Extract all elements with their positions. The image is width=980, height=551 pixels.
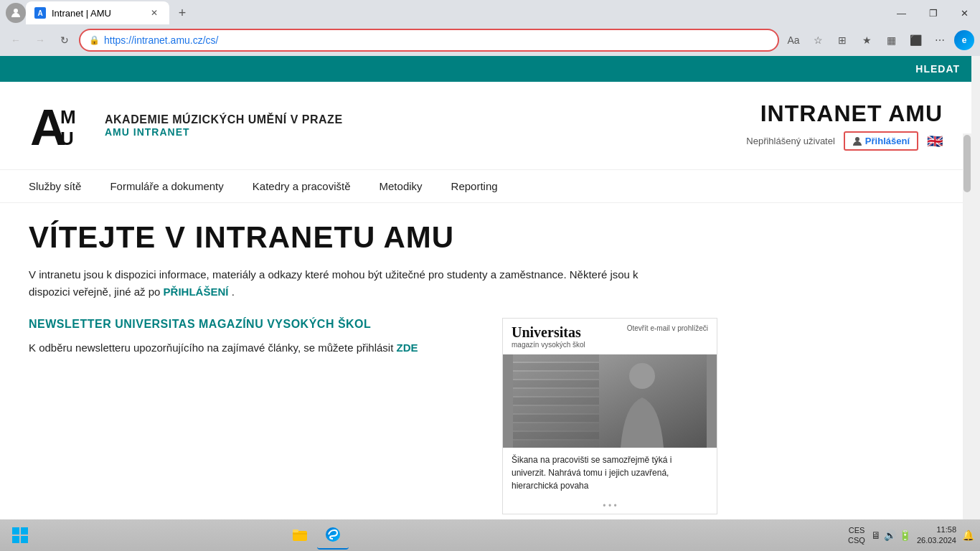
intro-text-before: V intranetu jsou k dispozici informace, …: [29, 268, 639, 298]
svg-rect-19: [21, 527, 28, 534]
newsletter-left: NEWSLETTER UNIVERSITAS MAGAZÍNU VYSOKÝCH…: [29, 318, 459, 514]
volume-icon[interactable]: 🔊: [884, 529, 896, 541]
logo-area: A M U AKADEMIE MÚZICKÝCH UMĚNÍ V PRAZE A…: [29, 93, 343, 158]
svg-rect-22: [293, 531, 307, 541]
header-right: INTRANET AMU Nepřihlášený uživatel Přihl…: [746, 100, 943, 151]
more-menu-button[interactable]: ⋯: [930, 30, 950, 50]
magazine-header: Universitas magazín vysokých škol Otevří…: [503, 319, 717, 354]
time-display: 11:58: [917, 524, 956, 535]
svg-rect-12: [513, 397, 599, 405]
split-screen-button[interactable]: ⊞: [832, 30, 852, 50]
magazine-open-link[interactable]: Otevřít e-mail v prohlížeči: [627, 324, 708, 332]
nav-item-metodiky[interactable]: Metodiky: [380, 180, 423, 192]
back-button[interactable]: ←: [6, 30, 26, 50]
scrollbar-thumb[interactable]: [963, 135, 971, 192]
edge-profile-icon[interactable]: e: [954, 30, 974, 50]
nav-item-sluzby[interactable]: Služby sítě: [29, 180, 81, 192]
file-explorer-icon: [291, 527, 308, 544]
profile-button[interactable]: [6, 3, 26, 23]
scrollbar[interactable]: [963, 133, 971, 529]
add-favorites-button[interactable]: ★: [857, 30, 877, 50]
tab-favicon: A: [34, 7, 46, 19]
monitor-icon[interactable]: 🖥: [871, 529, 881, 541]
taskbar-file-explorer[interactable]: [284, 521, 316, 550]
zde-link[interactable]: ZDE: [397, 342, 418, 354]
magazine-title-block: Universitas magazín vysokých škol: [512, 324, 585, 349]
taskbar-edge[interactable]: [317, 521, 349, 550]
close-window-button[interactable]: ✕: [955, 5, 974, 22]
hledat-button[interactable]: HLEDAT: [915, 63, 960, 75]
extensions-button[interactable]: ⬛: [905, 30, 925, 50]
magazine-subtitle: magazín vysokých škol: [512, 341, 585, 349]
svg-text:M: M: [60, 106, 76, 128]
amu-logo: A M U: [29, 93, 93, 158]
svg-rect-15: [513, 423, 599, 430]
newsletter-title: NEWSLETTER UNIVERSITAS MAGAZÍNU VYSOKÝCH…: [29, 318, 459, 331]
magazine-image: [503, 354, 717, 448]
svg-point-0: [14, 9, 18, 13]
nav-item-formulare[interactable]: Formuláře a dokumenty: [110, 180, 223, 192]
browser-tab[interactable]: A Intranet | AMU ✕: [26, 1, 169, 24]
svg-rect-11: [513, 389, 599, 396]
svg-rect-14: [513, 415, 599, 422]
svg-rect-17: [513, 441, 599, 448]
svg-rect-16: [513, 432, 599, 439]
newsletter-right: Universitas magazín vysokých škol Otevří…: [502, 318, 717, 514]
magazine-card: Universitas magazín vysokých škol Otevří…: [502, 318, 717, 514]
header-actions: Nepřihlášený uživatel Přihlášení 🇬🇧: [746, 131, 943, 151]
newsletter-section: NEWSLETTER UNIVERSITAS MAGAZÍNU VYSOKÝCH…: [29, 318, 943, 514]
intranet-label: AMU INTRANET: [105, 126, 343, 138]
taskbar-apps: [284, 521, 349, 550]
language-indicator[interactable]: CES CSQ: [848, 525, 865, 546]
prihlaseni-link[interactable]: PŘIHLÁŠENÍ: [164, 286, 229, 298]
page-content: HLEDAT A M U AKADEMIE MÚZICKÝCH UMĚNÍ V …: [0, 56, 971, 529]
date-display: 26.03.2024: [917, 535, 956, 546]
intro-text-after: .: [232, 286, 235, 298]
top-bar: HLEDAT: [0, 56, 971, 82]
new-tab-button[interactable]: +: [172, 3, 192, 23]
user-status: Nepřihlášený uživatel: [746, 136, 835, 146]
taskbar: CES CSQ 🖥 🔊 🔋 11:58 26.03.2024 🔔: [0, 519, 980, 551]
favorites-icon[interactable]: ☆: [808, 30, 828, 50]
windows-logo-icon: [11, 527, 29, 544]
minimize-button[interactable]: —: [891, 5, 912, 22]
content-area: VÍTEJTE V INTRANETU AMU V intranetu jsou…: [0, 203, 971, 529]
forward-button[interactable]: →: [30, 30, 50, 50]
svg-rect-18: [12, 527, 19, 534]
intranet-amu-title: INTRANET AMU: [760, 100, 943, 127]
tab-close-button[interactable]: ✕: [148, 6, 161, 19]
prihlaseni-button[interactable]: Přihlášení: [844, 131, 918, 151]
newsletter-text: K odběru newsletteru upozorňujícího na z…: [29, 339, 459, 357]
refresh-button[interactable]: ↻: [55, 30, 75, 50]
nav-item-katedry[interactable]: Katedry a pracoviště: [253, 180, 351, 192]
notification-bell[interactable]: 🔔: [962, 529, 974, 541]
site-name: AKADEMIE MÚZICKÝCH UMĚNÍ V PRAZE AMU INT…: [105, 113, 343, 138]
tab-title: Intranet | AMU: [52, 8, 142, 19]
svg-rect-13: [513, 406, 599, 413]
taskbar-right: CES CSQ 🖥 🔊 🔋 11:58 26.03.2024 🔔: [848, 524, 974, 547]
lang-line1: CES: [848, 525, 865, 535]
intro-text: V intranetu jsou k dispozici informace, …: [29, 266, 674, 301]
svg-point-6: [629, 363, 655, 389]
magazine-photo: [503, 354, 717, 448]
svg-rect-10: [513, 380, 599, 387]
svg-rect-7: [513, 354, 599, 362]
svg-point-4: [855, 137, 859, 141]
prihlaseni-label: Přihlášení: [865, 136, 910, 146]
main-navigation: Služby sítě Formuláře a dokumenty Katedr…: [0, 170, 971, 203]
lock-icon: 🔒: [89, 35, 100, 45]
svg-text:U: U: [60, 128, 74, 149]
start-button[interactable]: [6, 522, 34, 548]
magazine-caption-text: Šikana na pracovišti se samozřejmě týká …: [512, 453, 708, 492]
academy-name: AKADEMIE MÚZICKÝCH UMĚNÍ V PRAZE: [105, 113, 343, 126]
collections-button[interactable]: ▦: [881, 30, 901, 50]
magazine-title: Universitas: [512, 324, 585, 341]
battery-icon[interactable]: 🔋: [899, 529, 911, 541]
taskbar-time[interactable]: 11:58 26.03.2024: [917, 524, 956, 547]
address-bar[interactable]: 🔒 https://intranet.amu.cz/cs/: [79, 29, 779, 52]
magazine-dots: • • •: [503, 498, 717, 514]
restore-button[interactable]: ❐: [923, 5, 943, 22]
language-flag-icon[interactable]: 🇬🇧: [927, 133, 943, 149]
reader-mode-button[interactable]: Aa: [783, 30, 804, 50]
nav-item-reporting[interactable]: Reporting: [451, 180, 498, 192]
